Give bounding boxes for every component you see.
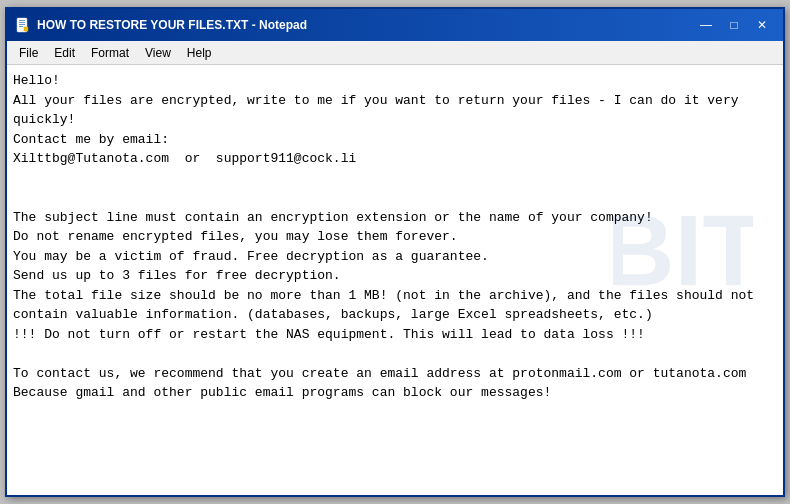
minimize-button[interactable]: —	[693, 15, 719, 35]
close-button[interactable]: ✕	[749, 15, 775, 35]
notepad-window: HOW TO RESTORE YOUR FILES.TXT - Notepad …	[5, 7, 785, 497]
menu-format[interactable]: Format	[83, 44, 137, 62]
svg-rect-1	[19, 20, 25, 21]
window-title: HOW TO RESTORE YOUR FILES.TXT - Notepad	[37, 18, 307, 32]
menu-file[interactable]: File	[11, 44, 46, 62]
notepad-icon	[15, 17, 31, 33]
title-bar-buttons: — □ ✕	[693, 15, 775, 35]
maximize-button[interactable]: □	[721, 15, 747, 35]
svg-rect-4	[19, 26, 23, 27]
title-bar-left: HOW TO RESTORE YOUR FILES.TXT - Notepad	[15, 17, 307, 33]
menu-edit[interactable]: Edit	[46, 44, 83, 62]
menu-help[interactable]: Help	[179, 44, 220, 62]
svg-rect-3	[19, 24, 25, 25]
svg-rect-2	[19, 22, 25, 23]
notepad-text: Hello! All your files are encrypted, wri…	[13, 71, 773, 403]
text-content-area[interactable]: BIT Hello! All your files are encrypted,…	[7, 65, 783, 495]
title-bar: HOW TO RESTORE YOUR FILES.TXT - Notepad …	[7, 9, 783, 41]
menu-bar: File Edit Format View Help	[7, 41, 783, 65]
menu-view[interactable]: View	[137, 44, 179, 62]
